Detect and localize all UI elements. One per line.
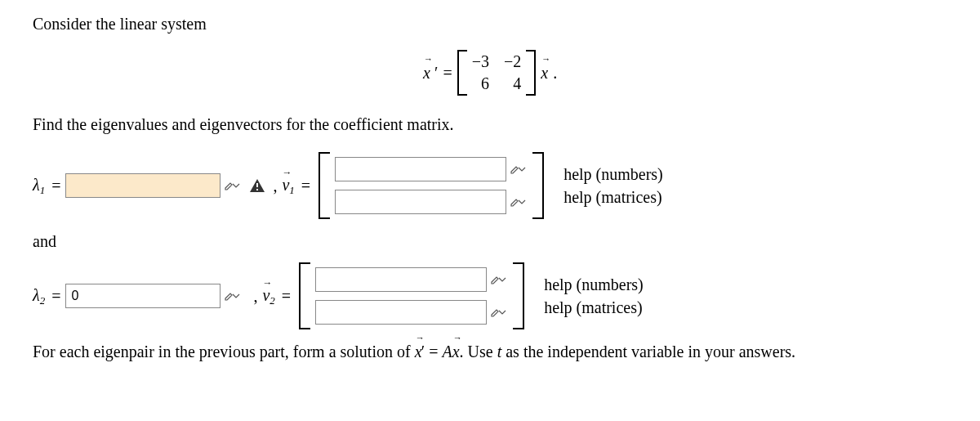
coefficient-matrix: −3 −2 6 4 <box>457 50 537 96</box>
intro-text: Consider the linear system <box>33 15 947 34</box>
help-matrices-link[interactable]: help (matrices) <box>544 299 644 316</box>
lambda-2-label: λ2 <box>33 287 45 306</box>
and-text: and <box>33 232 947 251</box>
system-equation: x ′ = −3 −2 6 4 x. <box>33 50 947 96</box>
edit-dropdown-icon[interactable] <box>490 271 508 289</box>
warning-icon <box>248 177 266 195</box>
x-vector-rhs: x <box>541 64 548 83</box>
edit-dropdown-icon[interactable] <box>510 193 528 211</box>
v2-label: →v2 <box>262 287 274 306</box>
lambda-1-input[interactable] <box>65 173 220 198</box>
eigenpair-2-row: λ2 = , →v2 = <box>33 264 947 328</box>
final-instruction: For each eigenpair in the previous part,… <box>33 343 947 361</box>
help-numbers-link[interactable]: help (numbers) <box>544 276 644 293</box>
edit-dropdown-icon[interactable] <box>510 160 528 178</box>
edit-dropdown-icon[interactable] <box>224 177 242 195</box>
edit-dropdown-icon[interactable] <box>224 287 242 305</box>
instruction-text: Find the eigenvalues and eigenvectors fo… <box>33 115 947 134</box>
v2-bot-input[interactable] <box>315 300 487 325</box>
lambda-2-input[interactable] <box>65 284 220 308</box>
edit-dropdown-icon[interactable] <box>490 303 508 321</box>
svg-rect-0 <box>256 183 258 187</box>
eigenpair-1-row: λ1 = , →v1 = <box>33 154 947 217</box>
v1-label: →v1 <box>282 177 294 195</box>
svg-rect-1 <box>256 189 258 190</box>
v2-vector-input <box>299 264 524 328</box>
v1-vector-input <box>318 154 544 217</box>
help-matrices-link[interactable]: help (matrices) <box>564 189 663 205</box>
v2-top-input[interactable] <box>315 267 487 292</box>
v1-bot-input[interactable] <box>335 190 506 214</box>
help-numbers-link[interactable]: help (numbers) <box>564 166 663 182</box>
x-vector: x <box>423 64 430 83</box>
lambda-1-label: λ1 <box>33 177 45 195</box>
v1-top-input[interactable] <box>335 157 506 181</box>
